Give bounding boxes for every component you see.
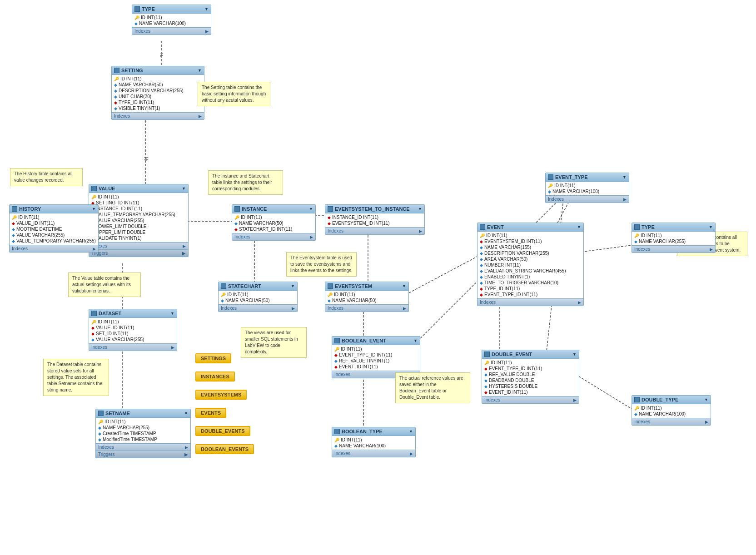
table-row: ◆SET_ID INT(11) <box>89 331 177 337</box>
svg-line-16 <box>409 257 477 293</box>
table-icon <box>234 206 240 212</box>
table-row: ◆NAME VARCHAR(100) <box>546 188 629 194</box>
view-eventsystems[interactable]: EVENTSYSTEMS <box>195 390 247 400</box>
comment-eventsystem: The Eventsystem table is used to save th… <box>286 252 357 277</box>
red-diamond-icon: ◆ <box>91 332 94 336</box>
red-diamond-icon: ◆ <box>334 353 338 357</box>
table-double-type[interactable]: DOUBLE_TYPE ▼ 🔑ID INT(11) ◆NAME VARCHAR(… <box>632 395 711 426</box>
table-type-top-header: TYPE ▼ <box>132 5 211 14</box>
table-row: 🔑ID INT(11) <box>325 292 408 297</box>
table-row: ◆DESCRIPTION VARCHAR(255) <box>112 88 204 94</box>
table-event-body: 🔑ID INT(11) ◆EVENTSYSTEM_ID INT(11) ◆NAM… <box>477 232 583 298</box>
table-row: 🔑ID INT(11) <box>332 437 415 443</box>
red-diamond-icon: ◆ <box>12 221 15 226</box>
table-boolean-type-header: BOOLEAN_TYPE ▼ <box>332 427 415 436</box>
diamond-icon: ◆ <box>98 431 101 436</box>
table-row: ◆VALUE_TEMPORARY VARCHAR(255) <box>10 238 98 244</box>
table-dataset-header: DATASET ▼ <box>89 309 177 318</box>
table-setting[interactable]: SETTING ▼ 🔑ID INT(11) ◆NAME VARCHAR(50) … <box>111 66 204 120</box>
diamond-icon: ◆ <box>484 384 487 389</box>
table-event[interactable]: EVENT ▼ 🔑ID INT(11) ◆EVENTSYSTEM_ID INT(… <box>477 223 584 306</box>
comment-instance: The Instance and Statechart table links … <box>208 170 283 195</box>
table-statechart-body: 🔑ID INT(11) ◆NAME VARCHAR(50) <box>219 291 297 304</box>
key-icon: 🔑 <box>548 183 553 188</box>
table-icon <box>634 397 640 402</box>
table-row: ◆HYSTERESIS DOUBLE <box>482 383 579 389</box>
table-row: ◆VALUE VARCHAR(255) <box>89 218 188 223</box>
red-diamond-icon: ◆ <box>480 292 483 297</box>
table-setname[interactable]: SETNAME ▼ 🔑ID INT(11) ◆NAME VARCHAR(255)… <box>95 409 191 458</box>
table-row: ◆CreatedTime TIMESTAMP <box>96 431 190 436</box>
diamond-icon: ◆ <box>12 233 15 238</box>
table-row: ◆TIME_TO_TRIGGER VARCHAR(10) <box>477 280 583 286</box>
table-row: 🔑ID INT(11) <box>482 360 579 366</box>
red-diamond-icon: ◆ <box>91 326 94 330</box>
table-setname-header: SETNAME ▼ <box>96 409 190 418</box>
diamond-icon: ◆ <box>334 359 338 363</box>
view-double-events[interactable]: DOUBLE_EVENTS <box>195 426 250 436</box>
table-row: ◆EVENT_TYPE_ID INT(11) <box>332 352 420 358</box>
table-boolean-type[interactable]: BOOLEAN_TYPE ▼ 🔑ID INT(11) ◆NAME VARCHAR… <box>332 427 416 457</box>
diamond-icon: ◆ <box>91 337 94 342</box>
table-icon <box>328 206 333 212</box>
table-value-header: VALUE ▼ <box>89 184 188 193</box>
table-row: ◆EVENTSYSTEM_ID INT(11) <box>477 238 583 244</box>
comment-dataset: The Dataset table contains stored value … <box>43 359 109 396</box>
red-diamond-icon: ◆ <box>114 100 117 105</box>
table-value[interactable]: VALUE ▼ 🔑ID INT(11) ◆SETTING_ID INT(11) … <box>89 184 189 257</box>
table-setting-header: SETTING ▼ <box>112 66 204 75</box>
table-event-type-header: EVENT_TYPE ▼ <box>546 173 629 182</box>
table-event-type[interactable]: EVENT_TYPE ▼ 🔑ID INT(11) ◆NAME VARCHAR(1… <box>545 173 629 203</box>
table-icon <box>480 224 485 230</box>
table-row: ◆LOWER_LIMIT DOUBLE <box>89 223 188 229</box>
table-history[interactable]: HISTORY ▼ 🔑ID INT(11) ◆VALUE_ID INT(11) … <box>9 204 99 253</box>
view-events[interactable]: EVENTS <box>195 408 226 418</box>
key-icon: 🔑 <box>12 215 17 220</box>
table-row: ◆EVALUATION_STRING VARCHAR(455) <box>477 268 583 274</box>
table-history-body: 🔑ID INT(11) ◆VALUE_ID INT(11) ◆MOOTIME D… <box>10 213 98 245</box>
diamond-icon: ◆ <box>134 21 138 26</box>
table-dataset[interactable]: DATASET ▼ 🔑ID INT(11) ◆VALUE_ID INT(11) … <box>89 309 177 351</box>
diamond-icon: ◆ <box>480 269 483 273</box>
diamond-icon: ◆ <box>634 412 637 416</box>
table-row: ◆REF_VALUE DOUBLE <box>482 372 579 377</box>
table-row: 🔑 ID INT(11) <box>132 15 211 20</box>
table-type-right-header: TYPE ▼ <box>632 223 715 232</box>
table-row: ◆NAME VARCHAR(155) <box>477 244 583 250</box>
table-statechart[interactable]: STATECHART ▼ 🔑ID INT(11) ◆NAME VARCHAR(5… <box>218 282 298 312</box>
view-instances[interactable]: INSTANCES <box>195 372 235 382</box>
view-settings[interactable]: SETTINGS <box>195 353 231 363</box>
view-boolean-events[interactable]: BOOLEAN_EVENTS <box>195 444 254 454</box>
table-statechart-header: STATECHART ▼ <box>219 282 297 291</box>
table-type-top[interactable]: TYPE ▼ 🔑 ID INT(11) ◆ NAME VARCHAR(100) … <box>132 5 211 35</box>
table-row: ◆NAME VARCHAR(100) <box>632 411 711 417</box>
table-instance[interactable]: INSTANCE ▼ 🔑ID INT(11) ◆NAME VARCHAR(50)… <box>232 204 316 241</box>
table-row: 🔑ID INT(11) <box>10 214 98 220</box>
table-footer: Indexes▶ <box>477 298 583 306</box>
table-boolean-type-body: 🔑ID INT(11) ◆NAME VARCHAR(100) <box>332 436 415 450</box>
red-diamond-icon: ◆ <box>328 215 331 220</box>
key-icon: 🔑 <box>221 292 226 297</box>
diamond-icon: ◆ <box>114 94 117 99</box>
table-history-header: HISTORY ▼ <box>10 205 98 213</box>
table-row: ◆VISIBLE TINYINT(1) <box>112 105 204 111</box>
table-row: ◆INSTANCE_ID INT(11) <box>325 214 424 220</box>
table-row: 🔑ID INT(11) <box>89 194 188 200</box>
table-double-event[interactable]: DOUBLE_EVENT ▼ 🔑ID INT(11) ◆EVENT_TYPE_I… <box>482 350 579 404</box>
table-eventsystem[interactable]: EVENTSYSTEM ▼ 🔑ID INT(11) ◆NAME VARCHAR(… <box>325 282 409 312</box>
table-row: ◆ENABLED TINYINT(1) <box>477 274 583 280</box>
table-value-body: 🔑ID INT(11) ◆SETTING_ID INT(11) ◆INSTANC… <box>89 193 188 242</box>
table-row: 🔑ID INT(11) <box>89 319 177 325</box>
table-row: ◆DESCRIPTION VARCHAR(255) <box>477 250 583 256</box>
table-row: ◆DEADBAND DOUBLE <box>482 377 579 383</box>
table-eventsystem-to-instance-header: EVENTSYSTEM_TO_INSTANCE ▼ <box>325 205 424 213</box>
table-footer: Indexes ▶ <box>132 27 211 35</box>
table-eventsystem-to-instance[interactable]: EVENTSYSTEM_TO_INSTANCE ▼ ◆INSTANCE_ID I… <box>325 204 425 235</box>
table-type-right[interactable]: TYPE ▼ 🔑ID INT(11) ◆NAME VARCHAR(255) In… <box>632 223 716 253</box>
table-footer: Indexes▶ <box>632 245 715 253</box>
table-eventsystem-body: 🔑ID INT(11) ◆NAME VARCHAR(50) <box>325 291 408 304</box>
key-icon: 🔑 <box>334 438 339 442</box>
table-row: ◆NAME VARCHAR(50) <box>325 297 408 303</box>
diamond-icon: ◆ <box>634 239 637 244</box>
table-icon <box>91 311 97 316</box>
